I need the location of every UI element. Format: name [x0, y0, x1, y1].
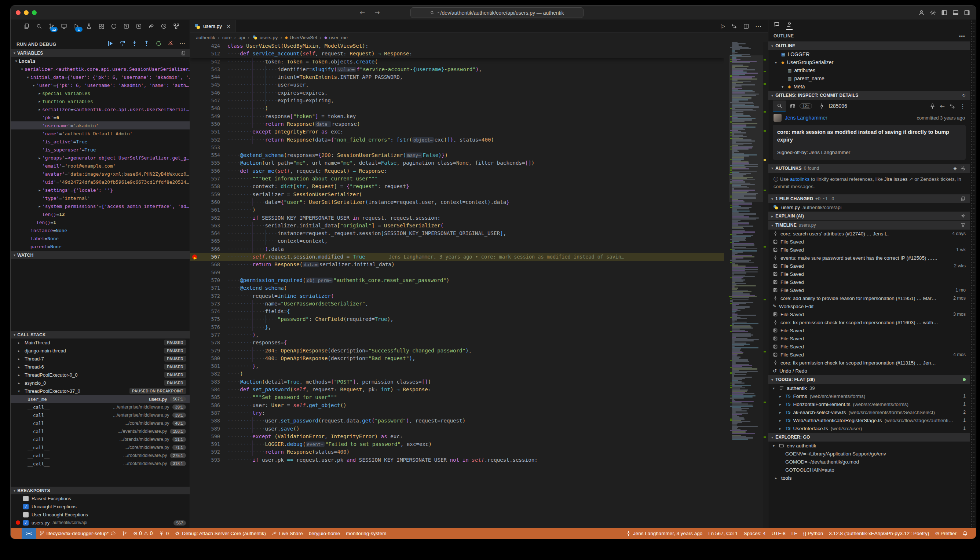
variable-row[interactable]: ▸'settings' = {'locale': ''} — [11, 186, 190, 194]
gitlens-section-header[interactable]: ▾GITLENS: INSPECT: COMMIT DETAILS ↻ — [768, 91, 970, 100]
code-line[interactable]: 575················"password": CharField… — [190, 315, 724, 323]
timeline-item[interactable]: File Saved — [768, 343, 970, 351]
sticky-line[interactable]: 424class UserViewSet(UsedByMixin, ModelV… — [190, 42, 724, 50]
breadcrumb-item-userviewset[interactable]: ◆UserViewSet — [285, 35, 317, 40]
gutter[interactable] — [190, 66, 201, 73]
variable-row[interactable]: 'avatar' = 'data:image/svg+xml;base64,PH… — [11, 170, 190, 178]
variables-section-header[interactable]: ▾ VARIABLES — [11, 49, 190, 57]
step-out-button[interactable] — [143, 40, 150, 47]
gutter[interactable] — [190, 237, 201, 245]
activity-item-github-actions[interactable] — [134, 21, 143, 31]
gutter[interactable] — [190, 42, 201, 50]
gear-icon[interactable] — [960, 166, 966, 171]
breakpoint-row[interactable]: ✓Uncaught Exceptions — [11, 502, 190, 510]
gutter[interactable] — [190, 120, 201, 128]
gutter[interactable] — [190, 440, 201, 448]
refresh-icon[interactable]: ↻ — [962, 93, 966, 98]
autolinks-link[interactable]: autolinks — [790, 177, 810, 182]
gutter[interactable] — [190, 433, 201, 440]
variable-row[interactable]: ▾initial_data = {'user': {'pk': 6, 'user… — [11, 73, 190, 81]
call-stack-thread[interactable]: ▸ThreadPoolExecutor-0_0PAUSED — [11, 371, 190, 379]
code-line[interactable]: 544················intent=TokenIntents.I… — [190, 73, 724, 81]
gutter[interactable] — [190, 167, 201, 175]
continue-button[interactable] — [107, 40, 114, 47]
breakpoint-row[interactable]: ✓users.pyauthentik/core/api567 — [11, 518, 190, 527]
timeline-item[interactable]: events: make sure password set event has… — [768, 254, 970, 262]
code-line[interactable]: 591············LOGGER.debug(event="Faile… — [190, 440, 724, 448]
call-stack-thread[interactable]: ▸django-main-threadPAUSED — [11, 347, 190, 355]
code-line[interactable]: 582····) — [190, 370, 724, 378]
code-line[interactable]: 560············data={"user": UserSelfSer… — [190, 198, 724, 206]
gutter[interactable] — [190, 362, 201, 370]
gutter[interactable] — [190, 331, 201, 339]
history-back-icon[interactable]: ← — [360, 9, 365, 16]
code-line[interactable]: 571····@extend_schema( — [190, 284, 724, 292]
disconnect-button[interactable] — [167, 40, 174, 47]
code-line[interactable]: 550············return Response(data=resp… — [190, 120, 724, 128]
gutter[interactable] — [190, 339, 201, 347]
call-stack-thread[interactable]: ▸asyncio_0PAUSED — [11, 379, 190, 387]
more-button[interactable]: ⋯ — [179, 40, 185, 47]
call-stack-frame[interactable]: __call__.../root/middleware.py318:1 — [11, 460, 190, 468]
code-line[interactable]: 587········try: — [190, 409, 724, 417]
code-line[interactable]: 590········except (ValidationError, Inte… — [190, 433, 724, 440]
window-controls[interactable] — [16, 10, 37, 15]
gutter[interactable] — [190, 159, 201, 167]
call-stack-thread[interactable]: ▾ThreadPoolExecutor-37_0PAUSED ON BREAKP… — [11, 387, 190, 395]
gutter[interactable] — [190, 97, 201, 105]
todo-file-row[interactable]: ▸TSUserInterface.ts(web/src/user)1 — [768, 424, 970, 432]
outline-item-usergroupserializer[interactable]: ▾◆UserGroupSerializer — [768, 58, 970, 67]
explorer-go-section-header[interactable]: ▾EXPLORER: GO — [768, 432, 970, 442]
variable-row[interactable]: 'is_superuser' = True — [11, 146, 190, 154]
breadcrumb-item-user-me[interactable]: ◆user_me — [324, 35, 348, 40]
timeline-item[interactable]: File Saved — [768, 335, 970, 343]
gutter[interactable] — [190, 378, 201, 386]
breadcrumb[interactable]: authentik›core›api›users.py›◆UserViewSet… — [190, 33, 768, 42]
panel-scrollbar[interactable] — [970, 20, 976, 528]
call-stack-thread[interactable]: ▸MainThreadPAUSED — [11, 338, 190, 347]
code-line[interactable]: 553 — [190, 144, 724, 152]
code-line[interactable]: 549············response["token"] = token… — [190, 113, 724, 120]
variable-row[interactable]: 'is_active' = True — [11, 138, 190, 146]
gutter[interactable] — [190, 402, 201, 409]
code-line[interactable]: 561········) — [190, 206, 724, 214]
gutter[interactable]: ▶ — [190, 253, 201, 261]
gutter[interactable] — [190, 113, 201, 120]
commit-graph-icon[interactable] — [790, 103, 796, 109]
code-line[interactable]: 564················instance=request._req… — [190, 230, 724, 237]
code-line[interactable]: 562········if SESSION_KEY_IMPERSONATE_US… — [190, 214, 724, 222]
gutter[interactable] — [190, 393, 201, 401]
code-line[interactable]: 542············token: Token = Token.obje… — [190, 58, 724, 66]
code-line[interactable]: 576············}, — [190, 323, 724, 331]
variable-row[interactable]: 'pk' = 6 — [11, 113, 190, 122]
statusbar-beryjuio-home[interactable]: beryjuio-home — [306, 531, 343, 536]
gutter[interactable] — [190, 198, 201, 206]
activity-item-extensions[interactable] — [97, 21, 106, 31]
code-line[interactable]: 547················expiring=expiring, — [190, 97, 724, 105]
split-editor-icon[interactable] — [743, 23, 749, 29]
statusbar-ports[interactable]: 0 — [156, 531, 172, 536]
code-line[interactable]: 559········serializer = SessionUserSeria… — [190, 191, 724, 198]
timeline-item[interactable]: core: fix permission check for scoped im… — [768, 318, 970, 327]
code-line[interactable]: 546················expires=expires, — [190, 89, 724, 97]
copy-icon[interactable] — [181, 51, 186, 56]
activity-item-source-control[interactable]: 12 — [47, 21, 56, 31]
explain-ai-section-header[interactable]: ▸EXPLAIN (AI) — [768, 211, 970, 220]
commit-hash[interactable]: f285096 — [828, 103, 847, 109]
gutter[interactable] — [190, 448, 201, 456]
gutter[interactable] — [190, 347, 201, 355]
code-area[interactable]: 542············token: Token = Token.obje… — [190, 58, 724, 464]
statusbar-cursor-position[interactable]: Ln 567, Col 1 — [705, 531, 740, 536]
go-env-var[interactable]: GOMOD=~/dev/authentik/go.mod — [768, 458, 970, 466]
code-line[interactable]: 570····@permission_required(obj_perm="au… — [190, 277, 724, 284]
gutter[interactable] — [190, 456, 201, 464]
gutter[interactable] — [190, 50, 201, 58]
todo-file-row[interactable]: ▸TSHorizontalFormElement.ts(web/src/elem… — [768, 400, 970, 408]
outline-item-logger[interactable]: ▤LOGGER — [768, 50, 970, 58]
statusbar-indentation[interactable]: Spaces: 4 — [740, 531, 768, 536]
code-line[interactable]: 563············serializer.initial_data["… — [190, 222, 724, 230]
timeline-item[interactable]: core: add ability to provide reason for … — [768, 294, 970, 302]
code-line[interactable]: 585········"""Set password for user""" — [190, 393, 724, 401]
gutter[interactable] — [190, 58, 201, 66]
tab-outline[interactable] — [787, 21, 793, 30]
